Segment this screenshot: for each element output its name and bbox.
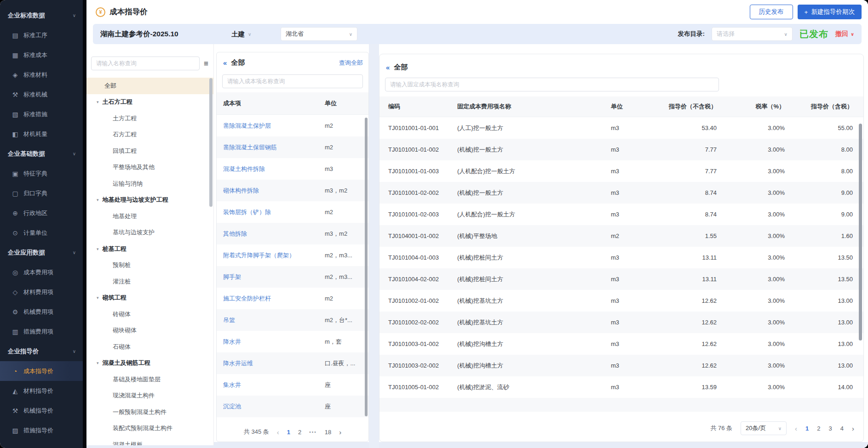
tree-node-child[interactable]: 砖砌体 [86,306,213,323]
tree-search-input[interactable] [91,57,200,70]
page-number[interactable]: 18 [325,429,331,436]
table-row[interactable]: TJ0101001-02-002(机械)挖一般土方m38.743.00%9.00 [379,182,863,204]
table-row[interactable]: 砌体构件拆除m3，m2 [217,180,368,201]
page-number[interactable]: 1 [805,425,809,432]
page-size-select[interactable]: 20条/页 ∨ [741,421,787,435]
collapse-icon[interactable]: « [386,63,389,71]
table-row[interactable]: TJ0101005-01-002(机械)挖淤泥、流砂m313.593.00%14… [379,376,863,398]
tree-node-all[interactable]: 全部 [86,78,213,94]
sidebar-item-standard-measure[interactable]: ▧ 标准措施 [0,104,83,124]
page-number[interactable]: 4 [840,425,844,432]
tree-node-child[interactable]: 石方工程 [86,127,213,143]
cost-item-link[interactable]: 集水井 [217,381,321,389]
sidebar-group-enterprise-app-data[interactable]: 企业应用数据 ∨ [0,243,83,262]
publish-catalog-select[interactable]: 请选择 ∨ [712,27,793,41]
table-row[interactable]: TJ0101002-02-002(机械)挖基坑土方m312.623.00%13.… [379,312,863,333]
tree-node-child[interactable]: 砌块砌体 [86,323,213,339]
table-row[interactable]: TJ0101002-01-002(机械)挖基坑土方m312.623.00%13.… [379,290,863,312]
page-number[interactable]: 2 [298,429,301,436]
sidebar-group-enterprise-base-data[interactable]: 企业基础数据 ∨ [0,144,83,164]
region-select[interactable]: 湖北省 ∨ [281,27,357,41]
sidebar-item-standard-process[interactable]: ▤ 标准工序 [0,25,83,45]
cost-item-link[interactable]: 施工安全防护栏杆 [217,295,321,303]
sidebar-item-material-items[interactable]: ◇ 材料费用项 [0,282,83,302]
tree-node-child[interactable]: 基础及楼地面垫层 [86,371,213,388]
sidebar-item-standard-machine[interactable]: ⚒ 标准机械 [0,85,83,104]
cost-item-search-input[interactable] [222,74,363,88]
page-number[interactable]: 1 [287,429,290,436]
tree-node-child[interactable]: 预制桩 [86,257,213,274]
table-row[interactable]: 施工安全防护栏杆m2 [217,288,368,309]
table-row[interactable]: 沉淀池座 [217,396,368,417]
tree-node-parent[interactable]: ▾桩基工程 [86,241,213,257]
tree-scrollbar[interactable] [209,78,213,207]
tree-node-child[interactable]: 混凝土模板 [86,437,213,445]
table-row[interactable]: 附着式升降脚手架（爬架）m2，m3... [217,244,368,266]
prev-page-icon[interactable]: ‹ [795,425,797,432]
table-row[interactable]: 凿除混凝土保留钢筋m2 [217,136,368,158]
table-row[interactable]: TJ0101001-01-001(人工)挖一般土方m353.403.00%55.… [379,117,863,139]
table-row[interactable]: TJ0101001-01-002(机械)挖一般土方m37.773.00%8.00 [379,139,863,160]
table-row[interactable]: TJ0101003-02-002(机械)挖沟槽土方m312.623.00%13.… [379,355,863,376]
cost-item-link[interactable]: 吊篮 [217,316,321,324]
tree-node-child[interactable]: 现浇混凝土构件 [86,388,213,404]
sidebar-item-measure-items[interactable]: ▥ 措施费用项 [0,322,83,341]
cost-item-link[interactable]: 砌体构件拆除 [217,187,321,195]
table-row[interactable]: 脚手架m2，m3... [217,266,368,288]
tree-node-child[interactable]: 土方工程 [86,110,213,127]
table-row[interactable]: 凿除混凝土保护层m2 [217,115,368,136]
cost-item-link[interactable]: 沉淀池 [217,403,321,411]
tree-node-child[interactable]: 运输与消纳 [86,176,213,192]
tree-node-parent[interactable]: ▾砌筑工程 [86,290,213,306]
cost-item-link[interactable]: 脚手架 [217,273,321,281]
cost-item-scrollbar[interactable] [365,118,368,416]
query-all-link[interactable]: 查询全部 [339,59,363,67]
table-row[interactable]: 混凝土构件拆除m3 [217,158,368,180]
sidebar-item-measure-guide-price[interactable]: ▨ 措施指导价 [0,420,83,440]
table-row[interactable]: TJ0101004-02-002(机械)挖桩间土方m313.113.00%13.… [379,268,863,290]
tree-node-child[interactable]: 地基处理 [86,208,213,225]
collapse-icon[interactable]: « [223,59,226,67]
menu-icon[interactable]: ≡ [204,60,208,68]
sidebar-item-admin-region[interactable]: ⊕ 行政地区 [0,203,83,223]
table-row[interactable]: TJ0101001-01-003(人机配合)挖一般土方m37.773.00%8.… [379,160,863,182]
trade-selector[interactable]: 土建 ∨ [231,24,251,44]
tree-node-child[interactable]: 平整场地及其他 [86,159,213,176]
cost-item-link[interactable]: 其他拆除 [217,230,321,238]
tree-node-parent[interactable]: ▾地基处理与边坡支护工程 [86,192,213,209]
tree-node-parent[interactable]: ▾混凝土及钢筋工程 [86,355,213,372]
sidebar-group-enterprise-guide-price[interactable]: 企业指导价 ∨ [0,341,83,361]
cost-item-link[interactable]: 附着式升降脚手架（爬架） [217,251,321,260]
sidebar-item-category-dict[interactable]: ▢ 归口字典 [0,183,83,203]
table-row[interactable]: 降水井m，套 [217,331,368,352]
sidebar-group-enterprise-standard-data[interactable]: 企业标准数据 ∨ [0,6,83,25]
more-pages-icon[interactable]: ••• [309,430,317,435]
sidebar-item-cost-items[interactable]: ◎ 成本费用项 [0,262,83,282]
cost-item-link[interactable]: 降水井运维 [217,359,321,368]
cost-item-link[interactable]: 凿除混凝土保留钢筋 [217,143,321,152]
tree-node-parent[interactable]: ▾土石方工程 [86,94,213,111]
sidebar-item-cost-guide-price[interactable]: ◔ 成本指导价 [0,361,83,381]
page-number[interactable]: 3 [829,425,832,432]
table-row[interactable]: TJ0104001-01-002(机械)平整场地m21.553.00%1.60 [379,225,863,247]
table-row[interactable]: TJ0101004-01-003(机械)挖桩间土方m313.113.00%13.… [379,247,863,268]
cost-item-link[interactable]: 降水井 [217,338,321,346]
tree-node-child[interactable]: 基坑与边坡支护 [86,225,213,241]
sidebar-item-machine-guide-price[interactable]: ⚒ 机械指导价 [0,401,83,420]
new-guide-price-period-button[interactable]: + 新建指导价期次 [798,5,862,19]
tree-node-child[interactable]: 一般预制混凝土构件 [86,404,213,420]
next-page-icon[interactable]: › [339,429,341,436]
sidebar-item-machine-items[interactable]: ⚙ 机械费用项 [0,302,83,322]
fixed-cost-search-input[interactable] [385,78,719,91]
revoke-link[interactable]: 撤回 ∨ [835,30,854,38]
table-row[interactable]: TJ0101003-01-002(机械)挖沟槽土方m312.623.00%13.… [379,333,863,355]
sidebar-item-feature-dict[interactable]: ▣ 特征字典 [0,164,83,183]
table-row[interactable]: 集水井座 [217,374,368,396]
cost-item-link[interactable]: 凿除混凝土保护层 [217,122,321,130]
sidebar-item-material-guide-price[interactable]: ◭ 材料指导价 [0,381,83,401]
table-row[interactable]: 吊篮m2，台*... [217,309,368,331]
tree-node-child[interactable]: 回填工程 [86,143,213,159]
fixed-cost-scrollbar[interactable] [859,124,862,340]
cost-item-link[interactable]: 混凝土构件拆除 [217,165,321,173]
history-publish-button[interactable]: 历史发布 [750,5,793,19]
